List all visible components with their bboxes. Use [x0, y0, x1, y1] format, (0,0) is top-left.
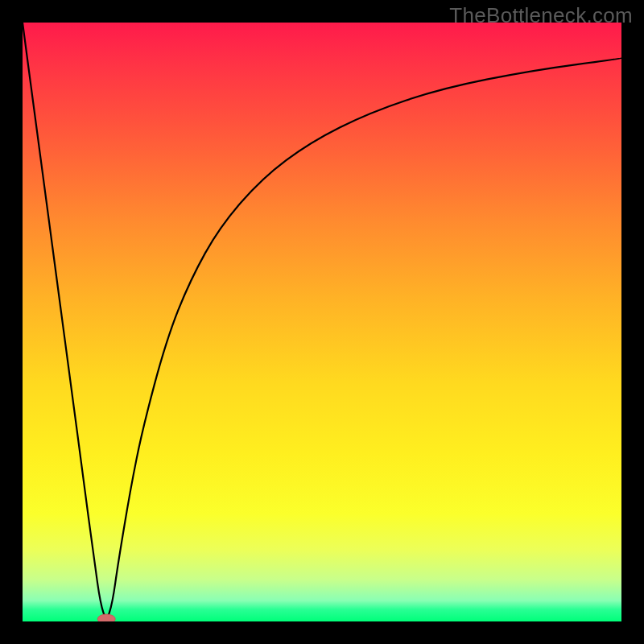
bottleneck-curve [23, 23, 621, 617]
curve-svg [23, 23, 621, 621]
plot-area [23, 23, 621, 621]
chart-frame: TheBottleneck.com [0, 0, 644, 644]
minimum-marker [97, 614, 115, 621]
watermark-text: TheBottleneck.com [449, 3, 633, 28]
